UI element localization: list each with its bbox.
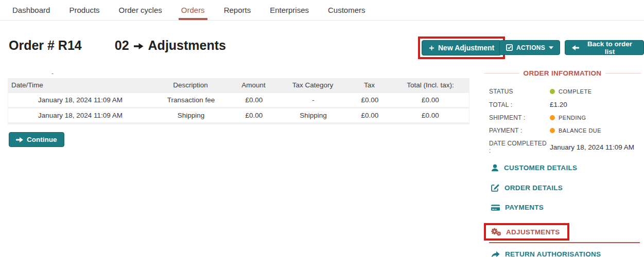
status-dot-complete bbox=[550, 89, 555, 94]
payment-value: BALANCE DUE bbox=[559, 127, 601, 134]
nav-item-enterprises[interactable]: Enterprises bbox=[270, 0, 309, 20]
new-adjustment-button[interactable]: New Adjustment bbox=[422, 40, 501, 56]
edit-icon bbox=[491, 183, 499, 192]
info-row-date-completed: DATE COMPLETED : January 18, 2024 11:09 … bbox=[489, 140, 641, 154]
page-title: Order # R14 02 Adjustments bbox=[9, 38, 226, 53]
col-header-tax: Tax bbox=[347, 81, 391, 89]
back-to-order-list-button[interactable]: Back to order list bbox=[565, 40, 644, 55]
check-square-icon bbox=[506, 44, 513, 51]
cogs-icon bbox=[491, 228, 501, 236]
order-sidebar: ORDER INFORMATION STATUS COMPLETE TOTAL … bbox=[484, 69, 641, 257]
table-row: January 18, 2024 11:09 AM Transaction fe… bbox=[8, 93, 469, 107]
user-icon bbox=[491, 164, 499, 172]
sidebar-link-return-authorisations[interactable]: RETURN AUTHORISATIONS bbox=[491, 250, 641, 257]
shipment-value: PENDING bbox=[559, 115, 586, 121]
cell-total: £0.00 bbox=[392, 96, 469, 104]
return-authorisations-label: RETURN AUTHORISATIONS bbox=[505, 250, 601, 257]
continue-button[interactable]: Continue bbox=[9, 132, 64, 147]
table-header-row: Date/Time Description Amount Tax Categor… bbox=[8, 78, 469, 91]
status-label: STATUS bbox=[489, 88, 550, 95]
col-header-datetime: Date/Time bbox=[8, 81, 152, 89]
order-information-label: ORDER INFORMATION bbox=[524, 69, 602, 77]
nav-item-products[interactable]: Products bbox=[69, 0, 99, 20]
cell-datetime: January 18, 2024 11:09 AM bbox=[8, 112, 152, 119]
actions-label: ACTIONS bbox=[516, 44, 545, 51]
payment-label: PAYMENT : bbox=[489, 127, 550, 134]
order-number: Order # R14 bbox=[9, 38, 82, 53]
back-label: Back to order list bbox=[583, 40, 637, 56]
info-row-status: STATUS COMPLETE bbox=[489, 88, 641, 95]
nav-item-orders[interactable]: Orders bbox=[181, 0, 205, 20]
table-row: January 18, 2024 11:09 AM Shipping £0.00… bbox=[8, 108, 469, 122]
col-header-tax-category: Tax Category bbox=[278, 81, 347, 89]
payment-dot-balance-due bbox=[550, 128, 555, 133]
top-nav: Dashboard Products Order cycles Orders R… bbox=[0, 0, 644, 21]
nav-item-customers[interactable]: Customers bbox=[328, 0, 365, 20]
total-value: £1.20 bbox=[550, 101, 567, 108]
caret-down-icon bbox=[549, 46, 553, 49]
nav-item-order-cycles[interactable]: Order cycles bbox=[119, 0, 162, 20]
date-completed-value: January 18, 2024 11:09 AM bbox=[550, 143, 634, 151]
adjustments-label: ADJUSTMENTS bbox=[506, 228, 560, 236]
adjustments-table: Date/Time Description Amount Tax Categor… bbox=[8, 78, 469, 124]
cell-description: Transaction fee bbox=[152, 96, 230, 104]
shipment-dot-pending bbox=[550, 115, 555, 120]
section-title: Adjustments bbox=[148, 38, 226, 53]
total-label: TOTAL : bbox=[489, 101, 550, 108]
arrow-left-icon bbox=[572, 45, 579, 51]
date-completed-label: DATE COMPLETED : bbox=[489, 140, 550, 154]
plus-icon bbox=[429, 45, 434, 51]
order-details-label: ORDER DETAILS bbox=[504, 184, 563, 192]
arrow-right-icon bbox=[16, 137, 23, 143]
nav-item-reports[interactable]: Reports bbox=[224, 0, 251, 20]
cell-tax: £0.00 bbox=[348, 112, 392, 119]
step-number: 02 bbox=[115, 38, 129, 53]
info-row-payment: PAYMENT : BALANCE DUE bbox=[489, 127, 641, 134]
cell-tax: £0.00 bbox=[348, 96, 392, 104]
cell-tax-category: Shipping bbox=[279, 112, 348, 119]
col-header-description: Description bbox=[152, 81, 229, 89]
sidebar-link-customer-details[interactable]: CUSTOMER DETAILS bbox=[491, 164, 641, 172]
cell-datetime: January 18, 2024 11:09 AM bbox=[8, 96, 152, 104]
legend-line bbox=[484, 73, 519, 74]
col-header-amount: Amount bbox=[229, 81, 278, 89]
customer-details-label: CUSTOMER DETAILS bbox=[504, 164, 577, 172]
table-collapse-artifact: - bbox=[51, 70, 54, 77]
order-information-heading: ORDER INFORMATION bbox=[484, 69, 641, 77]
sidebar-link-order-details[interactable]: ORDER DETAILS bbox=[491, 183, 641, 192]
cell-description: Shipping bbox=[152, 112, 230, 119]
sidebar-links: CUSTOMER DETAILS ORDER DETAILS PAYMENTS bbox=[484, 164, 641, 257]
order-info-list: STATUS COMPLETE TOTAL : £1.20 SHIPMENT :… bbox=[484, 88, 641, 154]
sidebar-link-payments[interactable]: PAYMENTS bbox=[491, 204, 641, 211]
cell-amount: £0.00 bbox=[230, 96, 279, 104]
shipment-label: SHIPMENT : bbox=[489, 114, 550, 121]
nav-item-dashboard[interactable]: Dashboard bbox=[12, 0, 50, 20]
legend-line bbox=[605, 73, 641, 74]
highlight-box-adjustments: ADJUSTMENTS bbox=[484, 223, 569, 241]
admin-orders-page: Dashboard Products Order cycles Orders R… bbox=[0, 0, 644, 257]
info-row-total: TOTAL : £1.20 bbox=[489, 101, 641, 108]
status-value: COMPLETE bbox=[559, 88, 592, 95]
cell-tax-category: - bbox=[279, 96, 348, 104]
highlight-box-new-adjustment: New Adjustment bbox=[418, 36, 505, 59]
sidebar-link-adjustments[interactable]: ADJUSTMENTS bbox=[491, 228, 560, 236]
credit-card-icon bbox=[491, 204, 500, 211]
col-header-total: Total (Incl. tax): bbox=[391, 81, 469, 89]
share-icon bbox=[491, 251, 500, 257]
breadcrumb-arrow-icon bbox=[134, 42, 144, 50]
adjustments-active-rule bbox=[489, 242, 640, 243]
payments-label: PAYMENTS bbox=[505, 204, 544, 211]
continue-label: Continue bbox=[27, 136, 57, 143]
new-adjustment-label: New Adjustment bbox=[438, 44, 494, 52]
info-row-shipment: SHIPMENT : PENDING bbox=[489, 114, 641, 121]
cell-total: £0.00 bbox=[392, 112, 469, 119]
cell-amount: £0.00 bbox=[230, 112, 279, 119]
actions-dropdown-button[interactable]: ACTIONS bbox=[499, 40, 560, 55]
